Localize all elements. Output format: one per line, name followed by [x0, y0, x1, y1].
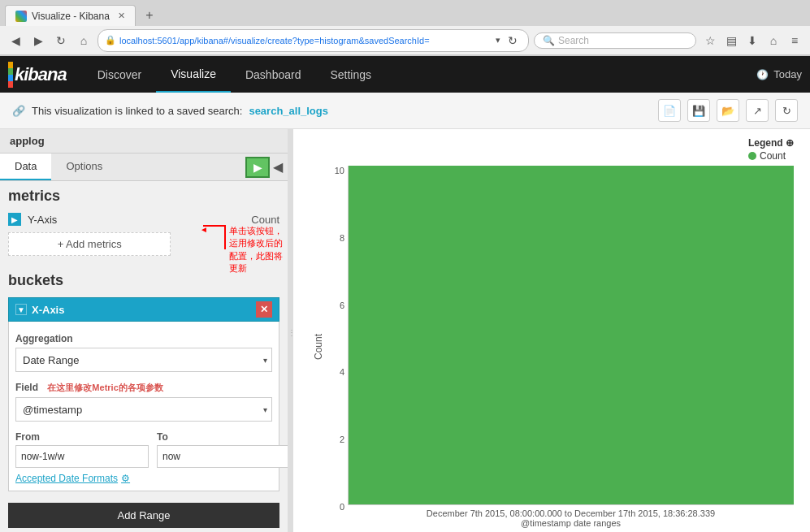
nav-right: 🕐 Today [756, 68, 802, 80]
add-metrics-btn[interactable]: + Add metrics [8, 232, 171, 256]
notification-bar: 🔗 This visualization is linked to a save… [0, 93, 810, 129]
url-refresh-btn[interactable]: ↻ [504, 32, 522, 50]
bar-chart [348, 166, 794, 505]
chart-wrapper: Count 10 8 6 4 2 0 December 7th 2015, 08… [310, 166, 794, 528]
refresh-btn[interactable]: ↻ [52, 32, 70, 50]
x-axis-header: ▼ X-Axis ✕ [8, 297, 279, 322]
legend-dot [748, 152, 756, 160]
home-btn[interactable]: ⌂ [75, 32, 93, 50]
y-axis-numbers: 10 8 6 4 2 0 [327, 166, 348, 528]
browser-tab[interactable]: Visualize - Kibana ✕ [5, 5, 136, 26]
aggregation-label: Aggregation [15, 333, 272, 344]
aggregation-section: Aggregation Date Range ▾ [15, 328, 272, 377]
hamburger-icon[interactable]: ≡ [786, 32, 804, 50]
nav-dashboard[interactable]: Dashboard [231, 56, 316, 93]
field-annotation: 在这里修改Metric的各项参数 [47, 383, 162, 392]
tab-close-btn[interactable]: ✕ [118, 11, 125, 21]
new-tab-btn[interactable]: + [139, 5, 160, 26]
chart-and-y: 10 8 6 4 2 0 December 7th 2015, 08:00:00… [327, 166, 794, 528]
y-axis-item: ▶ Y-Axis Count [8, 213, 279, 226]
y-axis-value: Count [251, 214, 279, 226]
tab-options[interactable]: Options [51, 154, 117, 180]
y-axis-label: Y-Axis [28, 214, 245, 226]
notif-share-icon[interactable]: ↗ [746, 99, 769, 122]
nav-visualize[interactable]: Visualize [156, 56, 231, 93]
today-label: Today [773, 68, 802, 80]
tab-data[interactable]: Data [0, 154, 51, 180]
to-input[interactable] [157, 445, 288, 468]
nav-links: Discover Visualize Dashboard Settings [83, 56, 757, 93]
date-formats-link[interactable]: Accepted Date Formats ⚙ [15, 473, 272, 484]
y-axis-chart-label: Count [310, 166, 327, 528]
browser-search-box[interactable]: 🔍 Search [534, 32, 696, 49]
y-axis-toggle[interactable]: ▶ [8, 213, 21, 226]
nav-settings[interactable]: Settings [315, 56, 386, 93]
notif-doc-icon[interactable]: 📄 [658, 99, 681, 122]
to-label: To [157, 431, 288, 443]
nav-discover[interactable]: Discover [83, 56, 156, 93]
x-axis-desc: December 7th 2015, 08:00:00.000 to Decem… [348, 505, 794, 518]
left-panel: applog Data Options ▶ ◀ ◄ 单击该按钮，运用修改后的配置… [0, 129, 288, 532]
chart-area: Legend ⊕ Count Count 10 8 6 4 2 0 [293, 129, 810, 532]
link-icon: ⚙ [121, 473, 130, 484]
x-axis-title: @timestamp date ranges [348, 518, 794, 528]
home-icon2[interactable]: ⌂ [765, 32, 782, 50]
notif-search-link[interactable]: search_all_logs [249, 105, 328, 117]
histogram-bar [349, 166, 794, 504]
back-btn[interactable]: ◀ [6, 32, 24, 50]
add-range-btn[interactable]: Add Range [8, 503, 279, 528]
field-select[interactable]: @timestamp [15, 397, 272, 422]
notif-icon: 🔗 [12, 105, 25, 117]
field-section: Field 在这里修改Metric的各项参数 @timestamp ▾ [15, 377, 272, 426]
from-input[interactable] [15, 445, 149, 468]
kibana-wordmark: kibana [15, 64, 67, 85]
download-icon[interactable]: ⬇ [743, 32, 761, 50]
advanced-link[interactable]: ◄ Advanced [8, 528, 279, 532]
field-label: Field 在这里修改Metric的各项参数 [15, 382, 272, 394]
kibana-navbar: kibana Discover Visualize Dashboard Sett… [0, 56, 810, 93]
aggregation-select[interactable]: Date Range [15, 348, 272, 372]
applog-name: applog [10, 135, 45, 147]
panel-body: metrics ▶ Y-Axis Count + Add metrics buc… [0, 181, 288, 532]
notif-open-icon[interactable]: 📂 [717, 99, 739, 122]
from-to-row: From To ✕ [15, 431, 272, 468]
browser-search-placeholder: Search [558, 35, 589, 46]
pin-icon[interactable]: ◀ [273, 159, 283, 175]
legend-box: Legend ⊕ Count [748, 137, 794, 162]
buckets-title: buckets [8, 272, 279, 289]
bookmark-icon[interactable]: ☆ [701, 32, 719, 50]
apply-button[interactable]: ▶ [245, 157, 270, 178]
url-text: localhost:5601/app/kibana#/visualize/cre… [119, 36, 492, 45]
notif-text: This visualization is linked to a saved … [32, 105, 242, 117]
kibana-logo: kibana [8, 62, 67, 88]
tab-favicon [15, 11, 27, 22]
applog-header: applog [0, 129, 288, 154]
notif-save-icon[interactable]: 💾 [687, 99, 710, 122]
x-axis-delete-btn[interactable]: ✕ [256, 301, 272, 318]
forward-btn[interactable]: ▶ [29, 32, 47, 50]
x-axis-label: X-Axis [32, 304, 251, 316]
tab-title: Visualize - Kibana [32, 11, 110, 22]
bar-area: December 7th 2015, 08:00:00.000 to Decem… [348, 166, 794, 528]
metrics-title: metrics [8, 188, 279, 205]
notif-refresh-icon[interactable]: ↻ [775, 99, 798, 122]
url-bar[interactable]: 🔒 localhost:5601/app/kibana#/visualize/c… [97, 29, 529, 52]
menu-icon2[interactable]: ▤ [722, 32, 740, 50]
main-content: applog Data Options ▶ ◀ ◄ 单击该按钮，运用修改后的配置… [0, 129, 810, 532]
legend-title: Legend ⊕ [748, 137, 794, 149]
from-label: From [15, 431, 149, 443]
x-axis-toggle[interactable]: ▼ [15, 304, 27, 315]
chart-top: Legend ⊕ Count [310, 137, 794, 162]
legend-item-count: Count [748, 150, 786, 162]
